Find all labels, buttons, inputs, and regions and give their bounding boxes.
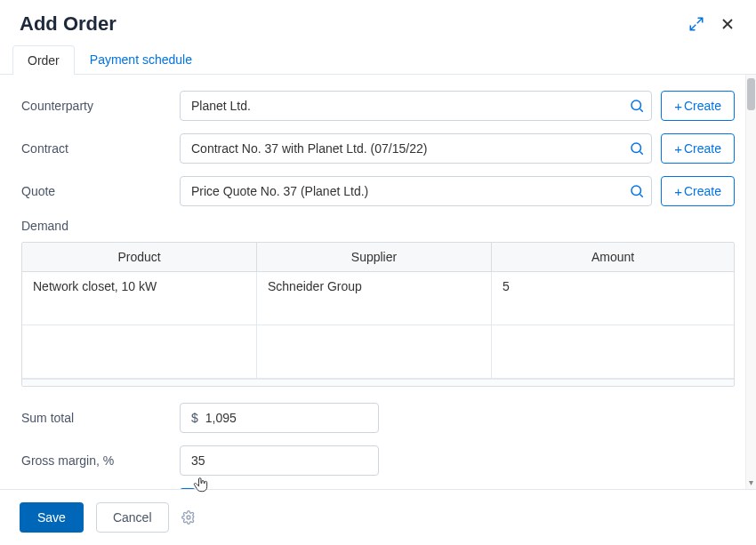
cell-supplier: Schneider Group xyxy=(257,272,492,325)
search-icon[interactable] xyxy=(629,183,645,199)
counterparty-label: Counterparty xyxy=(21,99,180,113)
counterparty-input[interactable] xyxy=(180,91,652,121)
contract-input[interactable] xyxy=(180,133,652,164)
contract-lookup xyxy=(180,133,652,164)
demand-label: Demand xyxy=(21,219,735,233)
gear-icon[interactable] xyxy=(181,510,196,525)
tab-payment-schedule[interactable]: Payment schedule xyxy=(75,44,207,74)
create-label: Create xyxy=(684,99,721,113)
sum-total-label: Sum total xyxy=(21,411,180,425)
expand-icon[interactable] xyxy=(688,16,704,32)
cancel-button[interactable]: Cancel xyxy=(96,502,169,533)
tab-order[interactable]: Order xyxy=(12,45,75,75)
col-amount[interactable]: Amount xyxy=(492,243,734,271)
plus-icon: + xyxy=(674,142,682,156)
gross-margin-input[interactable] xyxy=(180,445,379,476)
plus-icon: + xyxy=(674,100,682,113)
create-label: Create xyxy=(684,184,721,198)
header-actions xyxy=(688,15,736,33)
table-footer xyxy=(22,379,734,386)
create-contract-button[interactable]: + Create xyxy=(661,133,735,164)
cell-product xyxy=(22,325,257,378)
dialog-header: Add Order xyxy=(0,0,756,44)
counterparty-lookup xyxy=(180,91,652,121)
create-counterparty-button[interactable]: + Create xyxy=(661,91,735,121)
svg-point-0 xyxy=(631,100,641,110)
scrollbar[interactable]: ▾ xyxy=(745,75,756,489)
contract-label: Contract xyxy=(21,141,180,156)
form-content: Counterparty + Create Contract xyxy=(0,75,756,489)
dialog-title: Add Order xyxy=(20,12,117,36)
quote-lookup xyxy=(180,176,652,206)
currency-symbol: $ xyxy=(191,411,198,425)
plus-icon: + xyxy=(674,185,682,198)
create-label: Create xyxy=(684,141,721,156)
svg-point-3 xyxy=(187,516,190,519)
svg-point-2 xyxy=(631,186,641,196)
svg-point-1 xyxy=(631,143,641,153)
demand-table: Product Supplier Amount Network closet, … xyxy=(21,242,735,387)
table-row[interactable]: Network closet, 10 kW Schneider Group 5 xyxy=(22,272,734,325)
cell-product: Network closet, 10 kW xyxy=(22,272,257,325)
cell-amount xyxy=(492,325,734,378)
tabs: Order Payment schedule xyxy=(0,44,756,75)
col-product[interactable]: Product xyxy=(22,243,257,271)
col-supplier[interactable]: Supplier xyxy=(257,243,492,271)
search-icon[interactable] xyxy=(629,98,645,114)
quote-input[interactable] xyxy=(180,176,652,206)
save-button[interactable]: Save xyxy=(20,502,84,533)
cell-amount: 5 xyxy=(492,272,734,325)
chevron-down-icon[interactable]: ▾ xyxy=(746,477,756,487)
close-icon[interactable] xyxy=(719,15,736,33)
cell-supplier xyxy=(257,325,492,378)
dialog-footer: Save Cancel xyxy=(0,489,756,545)
sum-total-input[interactable] xyxy=(205,411,367,425)
table-header: Product Supplier Amount xyxy=(22,243,734,272)
search-icon[interactable] xyxy=(629,140,645,156)
table-row[interactable] xyxy=(22,325,734,379)
prepayment-checkbox[interactable] xyxy=(180,488,196,489)
quote-label: Quote xyxy=(21,184,180,198)
create-quote-button[interactable]: + Create xyxy=(661,176,735,206)
sum-total-input-wrap: $ xyxy=(180,403,379,433)
add-order-dialog: Add Order Order Payment schedule Counter… xyxy=(0,0,756,545)
scrollbar-thumb[interactable] xyxy=(747,78,755,110)
gross-margin-label: Gross margin, % xyxy=(21,453,180,468)
